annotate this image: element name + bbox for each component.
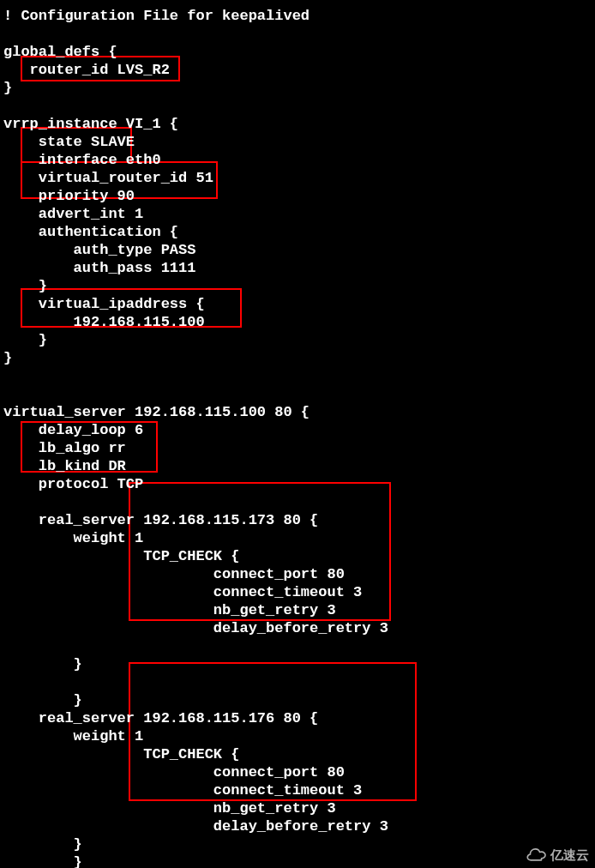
line: auth_pass 1111 bbox=[3, 260, 195, 276]
line: TCP_CHECK { bbox=[3, 746, 239, 763]
line: delay_loop 6 bbox=[3, 422, 143, 438]
line: ! Configuration File for keepalived bbox=[3, 8, 310, 24]
line: real_server 192.168.115.176 80 { bbox=[3, 710, 318, 726]
cloud-icon bbox=[525, 848, 547, 862]
line: connect_timeout 3 bbox=[3, 782, 362, 799]
line: lb_algo rr bbox=[3, 440, 126, 456]
line: nb_get_retry 3 bbox=[3, 602, 336, 618]
line: } bbox=[3, 836, 82, 853]
line: interface eth0 bbox=[3, 152, 161, 168]
line: global_defs { bbox=[3, 44, 117, 60]
config-file-content: ! Configuration File for keepalived glob… bbox=[0, 0, 595, 868]
line: } bbox=[3, 350, 12, 366]
line: connect_timeout 3 bbox=[3, 584, 362, 600]
line: priority 90 bbox=[3, 188, 135, 204]
line: weight 1 bbox=[3, 728, 143, 744]
line: auth_type PASS bbox=[3, 242, 195, 258]
line: delay_before_retry 3 bbox=[3, 620, 388, 636]
line: protocol TCP bbox=[3, 476, 143, 492]
line: connect_port 80 bbox=[3, 764, 345, 781]
line: vrrp_instance VI_1 { bbox=[3, 116, 178, 132]
line: virtual_server 192.168.115.100 80 { bbox=[3, 404, 310, 420]
line: } bbox=[3, 656, 82, 672]
line: TCP_CHECK { bbox=[3, 548, 239, 564]
line: connect_port 80 bbox=[3, 566, 345, 582]
line: } bbox=[3, 692, 82, 708]
line: weight 1 bbox=[3, 530, 143, 546]
line: virtual_router_id 51 bbox=[3, 170, 213, 186]
line: authentication { bbox=[3, 224, 178, 240]
line: } bbox=[3, 80, 12, 96]
line: } bbox=[3, 332, 47, 348]
line: lb_kind DR bbox=[3, 458, 126, 474]
line: advert_int 1 bbox=[3, 206, 143, 222]
line: 192.168.115.100 bbox=[3, 314, 205, 330]
line: nb_get_retry 3 bbox=[3, 800, 336, 817]
line: real_server 192.168.115.173 80 { bbox=[3, 512, 318, 528]
line: virtual_ipaddress { bbox=[3, 296, 205, 312]
line: delay_before_retry 3 bbox=[3, 818, 388, 835]
line: state SLAVE bbox=[3, 134, 135, 150]
line: } bbox=[3, 854, 82, 868]
line: router_id LVS_R2 bbox=[3, 62, 170, 78]
watermark-text: 亿速云 bbox=[550, 846, 589, 864]
watermark: 亿速云 bbox=[521, 844, 592, 865]
line: } bbox=[3, 278, 47, 294]
